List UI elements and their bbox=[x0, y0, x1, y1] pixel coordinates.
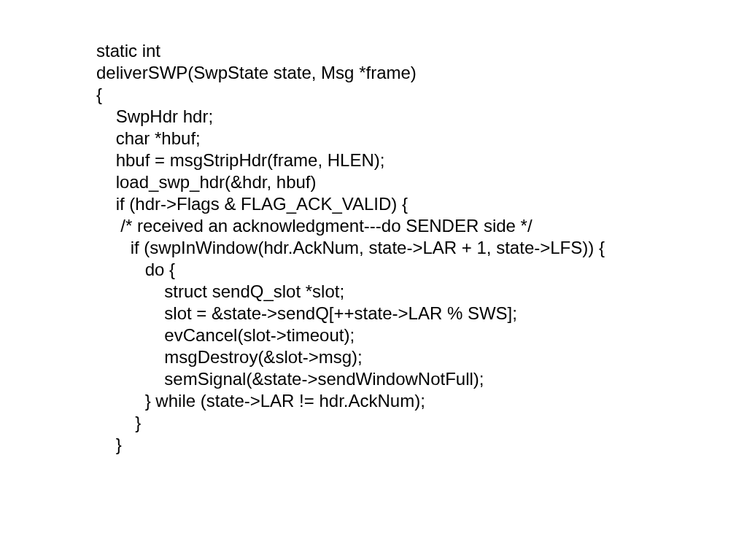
code-block: static int deliverSWP(SwpState state, Ms… bbox=[0, 0, 747, 456]
